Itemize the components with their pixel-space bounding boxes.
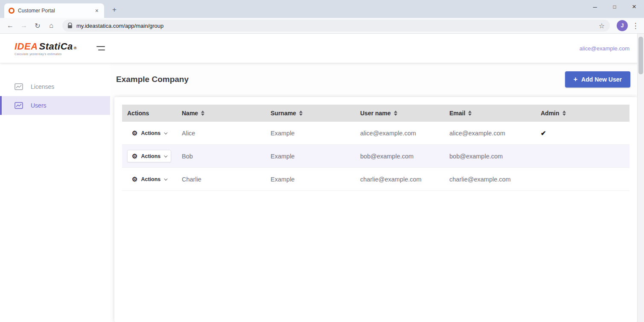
browser-toolbar: ← → ↻ ⌂ my.ideastatica.com/app/main/grou… (0, 18, 644, 34)
tab-title: Customer Portal (18, 8, 90, 14)
column-header-actions: Actions (122, 105, 177, 122)
logo-tagline: Calculate yesterday's estimates (15, 53, 77, 56)
cell-surname: Example (265, 168, 355, 191)
url-text[interactable]: my.ideastatica.com/app/main/group (76, 23, 595, 29)
logo-registered-mark: ® (74, 46, 77, 50)
main-top-bar: Example Company + Add New User (116, 71, 630, 88)
app-body: Licenses Users Example Company + Add New… (0, 63, 644, 322)
lock-icon (67, 23, 73, 29)
gear-icon: ⚙ (132, 176, 137, 182)
sidebar-item-licenses[interactable]: Licenses (0, 77, 110, 96)
scrollbar-thumb[interactable] (638, 37, 643, 74)
bookmark-star-icon[interactable]: ☆ (599, 22, 605, 30)
cell-name: Bob (177, 145, 265, 168)
browser-menu-icon[interactable]: ⋮ (631, 21, 640, 30)
forward-button: → (18, 20, 30, 32)
add-new-user-button[interactable]: + Add New User (565, 71, 630, 88)
chevron-down-icon (164, 177, 167, 180)
add-new-user-label: Add New User (581, 76, 622, 83)
users-table: Actions Name Surname Use (122, 105, 629, 191)
page-scrollbar[interactable] (637, 34, 644, 322)
column-header-email[interactable]: Email (444, 105, 536, 122)
page-content: IDEA StatiCa ® Calculate yesterday's est… (0, 34, 644, 322)
column-header-admin[interactable]: Admin (536, 105, 629, 122)
browser-titlebar: Customer Portal × + ─ □ × (0, 0, 644, 18)
app-header: IDEA StatiCa ® Calculate yesterday's est… (0, 34, 644, 63)
column-header-name[interactable]: Name (177, 105, 265, 122)
idea-statica-logo[interactable]: IDEA StatiCa ® Calculate yesterday's est… (15, 41, 77, 56)
sort-icon[interactable] (562, 111, 566, 116)
cell-username: charlie@example.com (355, 168, 444, 191)
logged-in-user-email[interactable]: alice@example.com (580, 45, 629, 52)
home-button[interactable]: ⌂ (45, 20, 57, 32)
sidebar-item-label: Licenses (31, 83, 54, 90)
address-bar[interactable]: my.ideastatica.com/app/main/group ☆ (62, 20, 610, 32)
table-row: ⚙ Actions Charlie Example charlie@exampl… (122, 168, 629, 191)
users-table-card: Actions Name Surname Use (114, 97, 637, 322)
window-maximize-button[interactable]: □ (605, 0, 624, 14)
sort-icon[interactable] (394, 111, 397, 116)
logo-statica-text: StatiCa (39, 41, 73, 52)
sort-icon[interactable] (299, 111, 303, 116)
sidebar: Licenses Users (0, 63, 110, 322)
browser-tab[interactable]: Customer Portal × (4, 3, 104, 18)
table-row: ⚙ Actions Bob Example bob@example.com bo… (122, 145, 629, 168)
admin-check-icon: ✔ (541, 129, 546, 137)
row-actions-button[interactable]: ⚙ Actions (127, 173, 171, 185)
row-actions-button[interactable]: ⚙ Actions (127, 150, 171, 162)
sort-icon[interactable] (468, 111, 472, 116)
hamburger-menu-icon[interactable] (95, 44, 107, 52)
cell-surname: Example (265, 145, 355, 168)
chevron-down-icon (164, 131, 167, 134)
cell-name: Charlie (177, 168, 265, 191)
cell-username: alice@example.com (355, 122, 444, 145)
gear-icon: ⚙ (132, 130, 137, 136)
sort-icon[interactable] (201, 111, 204, 116)
column-header-surname[interactable]: Surname (265, 105, 355, 122)
back-button[interactable]: ← (4, 20, 16, 32)
page-title: Example Company (116, 75, 189, 84)
plus-icon: + (574, 76, 577, 83)
table-row: ⚙ Actions Alice Example alice@example.co… (122, 122, 629, 145)
sidebar-item-label: Users (31, 102, 47, 109)
window-minimize-button[interactable]: ─ (585, 0, 605, 14)
cell-email: charlie@example.com (444, 168, 536, 191)
cell-email: alice@example.com (444, 122, 536, 145)
tab-favicon-icon (9, 8, 15, 14)
chart-icon (15, 83, 23, 90)
cell-surname: Example (265, 122, 355, 145)
window-controls: ─ □ × (585, 0, 644, 14)
logo-idea-text: IDEA (15, 41, 38, 52)
row-actions-button[interactable]: ⚙ Actions (127, 127, 171, 139)
table-header-row: Actions Name Surname Use (122, 105, 629, 122)
cell-name: Alice (177, 122, 265, 145)
sidebar-item-users[interactable]: Users (0, 96, 110, 115)
cell-username: bob@example.com (355, 145, 444, 168)
chevron-down-icon (164, 154, 167, 157)
gear-icon: ⚙ (132, 153, 137, 159)
column-header-username[interactable]: User name (355, 105, 444, 122)
tab-close-icon[interactable]: × (94, 7, 100, 14)
cell-email: bob@example.com (444, 145, 536, 168)
new-tab-button[interactable]: + (109, 6, 119, 14)
window-close-button[interactable]: × (624, 0, 644, 14)
main-content: Example Company + Add New User Acti (110, 63, 644, 322)
profile-avatar[interactable]: J (617, 20, 628, 31)
chart-icon (15, 102, 23, 109)
refresh-button[interactable]: ↻ (32, 20, 44, 32)
